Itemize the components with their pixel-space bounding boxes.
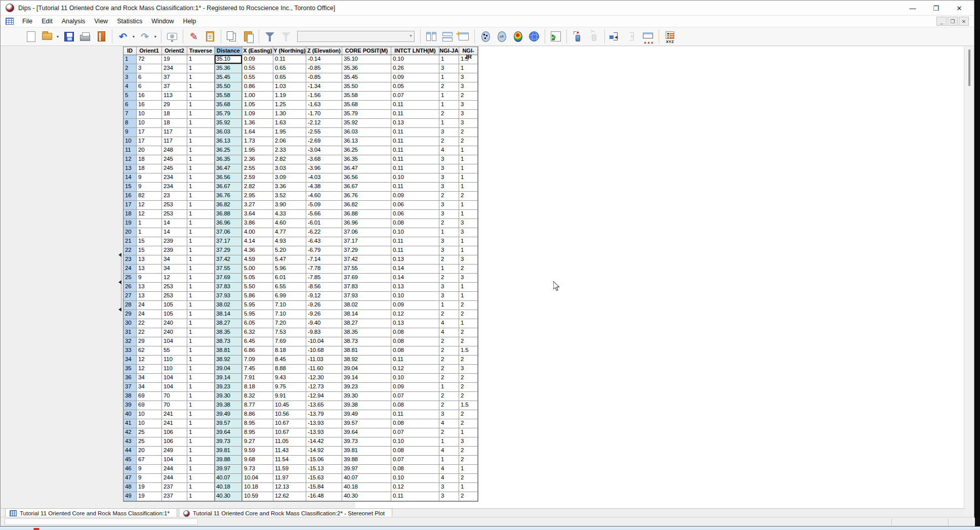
data-cell[interactable]: 1 (187, 410, 215, 419)
data-cell[interactable]: 7.10 (273, 310, 306, 319)
data-cell[interactable]: 38.35 (215, 328, 242, 337)
data-cell[interactable]: 1.95 (273, 128, 306, 137)
print-button[interactable] (77, 29, 93, 44)
data-cell[interactable]: 2.82 (242, 183, 273, 192)
data-cell[interactable]: 4.36 (242, 246, 273, 255)
data-cell[interactable]: 37.83 (215, 283, 242, 292)
data-cell[interactable]: 1 (187, 274, 215, 283)
column-header-x-easting[interactable]: X (Easting) (242, 47, 273, 55)
data-cell[interactable]: 241 (162, 419, 187, 428)
data-cell[interactable]: 5.95 (242, 301, 273, 310)
data-cell[interactable]: 16 (137, 92, 162, 101)
data-cell[interactable]: 36.35 (215, 155, 242, 164)
data-cell[interactable]: 110 (162, 365, 187, 374)
data-cell[interactable]: 36.13 (342, 137, 391, 146)
data-cell[interactable]: 39.23 (342, 383, 391, 392)
data-cell[interactable]: -15.63 (306, 474, 342, 483)
data-cell[interactable]: 37.69 (215, 274, 242, 283)
data-cell[interactable]: 1 (459, 210, 478, 219)
data-cell[interactable]: 35.45 (215, 73, 242, 82)
data-cell[interactable]: 240 (162, 328, 187, 337)
data-cell[interactable]: 37.93 (215, 292, 242, 301)
data-cell[interactable]: 0.11 (391, 246, 439, 255)
column-header-orient2[interactable]: Orient2 (162, 47, 187, 55)
data-cell[interactable]: 24 (137, 310, 162, 319)
data-cell[interactable]: 0.14 (391, 264, 439, 274)
data-cell[interactable]: 1.5 (459, 346, 478, 356)
data-cell[interactable]: 1 (187, 82, 215, 92)
row-id-cell[interactable]: 36 (124, 374, 137, 383)
data-cell[interactable]: 36.03 (215, 128, 242, 137)
data-cell[interactable]: 39.23 (215, 383, 242, 392)
data-cell[interactable]: -15.13 (306, 465, 342, 474)
data-cell[interactable]: 2 (459, 474, 478, 483)
data-cell[interactable]: 3 (459, 119, 478, 128)
data-cell[interactable]: -7.85 (306, 274, 342, 283)
data-cell[interactable]: 253 (162, 292, 187, 301)
data-cell[interactable]: 4.33 (273, 210, 306, 219)
data-cell[interactable]: 3 (439, 292, 459, 301)
data-cell[interactable]: 0.11 (391, 110, 439, 119)
data-cell[interactable]: -3.04 (306, 146, 342, 155)
data-cell[interactable]: 12 (137, 201, 162, 210)
data-cell[interactable]: 0.65 (273, 73, 306, 82)
data-cell[interactable]: 8.18 (273, 346, 306, 356)
data-cell[interactable]: 244 (162, 474, 187, 483)
data-cell[interactable]: 70 (162, 392, 187, 401)
toolbar-combobox[interactable] (297, 31, 415, 42)
data-cell[interactable]: 1 (187, 337, 215, 346)
pin-remove-button[interactable] (586, 29, 601, 44)
data-cell[interactable]: 1 (459, 183, 478, 192)
data-cell[interactable]: 3 (439, 128, 459, 137)
data-cell[interactable]: 1 (187, 110, 215, 119)
tile-horizontal-button[interactable] (440, 29, 455, 44)
data-cell[interactable]: 24 (137, 301, 162, 310)
vertical-scrollbar-thumb[interactable] (968, 50, 970, 86)
data-cell[interactable]: 117 (162, 128, 187, 137)
row-id-cell[interactable]: 41 (124, 419, 137, 428)
data-cell[interactable]: 1 (439, 437, 459, 447)
data-cell[interactable]: 1 (187, 401, 215, 410)
data-cell[interactable]: 0.26 (391, 64, 439, 73)
data-cell[interactable]: 245 (162, 164, 187, 173)
data-cell[interactable]: 1 (439, 119, 459, 128)
data-cell[interactable]: 9 (137, 465, 162, 474)
data-cell[interactable]: 38.35 (342, 328, 391, 337)
data-cell[interactable]: 8.45 (273, 356, 306, 365)
data-cell[interactable]: 240 (162, 319, 187, 328)
row-id-cell[interactable]: 15 (124, 183, 137, 192)
data-cell[interactable]: 0.11 (391, 183, 439, 192)
data-cell[interactable]: 1 (187, 456, 215, 465)
data-cell[interactable]: 3.36 (273, 183, 306, 192)
grid-document-icon[interactable] (6, 18, 14, 25)
data-cell[interactable]: 34 (162, 264, 187, 274)
data-cell[interactable]: 39.49 (342, 410, 391, 419)
menu-view[interactable]: View (90, 16, 112, 26)
data-cell[interactable]: -6.01 (306, 219, 342, 228)
data-cell[interactable]: 2.95 (242, 192, 273, 201)
data-cell[interactable]: 1 (187, 474, 215, 483)
data-cell[interactable]: 17 (137, 128, 162, 137)
data-cell[interactable]: 1 (187, 92, 215, 101)
data-cell[interactable]: 237 (162, 492, 187, 501)
taskbar-edge[interactable] (0, 526, 980, 530)
row-id-cell[interactable]: 27 (124, 292, 137, 301)
row-id-cell[interactable]: 49 (124, 492, 137, 501)
data-cell[interactable]: 1 (459, 465, 478, 474)
data-cell[interactable]: 35.92 (342, 119, 391, 128)
row-id-cell[interactable]: 34 (124, 356, 137, 365)
data-cell[interactable]: -13.65 (306, 401, 342, 410)
data-cell[interactable]: 36.88 (215, 210, 242, 219)
data-cell[interactable]: 239 (162, 246, 187, 255)
weighted-table-button[interactable] (640, 29, 656, 44)
mdi-close-button[interactable]: ✕ (959, 17, 969, 26)
data-cell[interactable]: -3.96 (306, 164, 342, 173)
data-cell[interactable]: 2 (459, 328, 478, 337)
data-cell[interactable]: 9.75 (273, 383, 306, 392)
data-cell[interactable]: 0.12 (391, 365, 439, 374)
data-cell[interactable]: 8.88 (273, 365, 306, 374)
open-file-dropdown-arrow[interactable]: ▼ (55, 29, 60, 44)
data-cell[interactable]: 29 (137, 337, 162, 346)
group-marker-arrow[interactable] (118, 307, 121, 312)
data-cell[interactable]: 0.09 (391, 383, 439, 392)
